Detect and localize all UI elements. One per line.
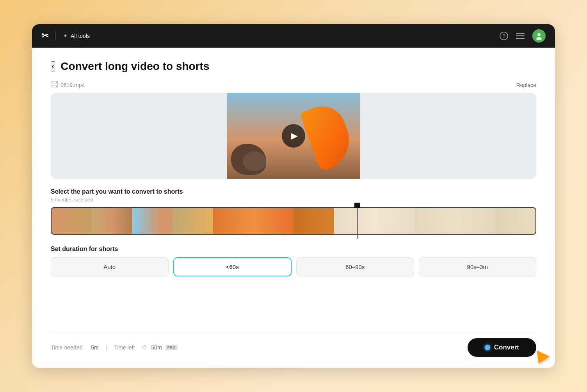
bottom-right-group: Convert [468,338,536,357]
convert-label: Convert [494,344,519,351]
svg-rect-10 [52,86,52,87]
timeline-frame-11 [455,208,495,234]
all-tools-nav[interactable]: ✦ All tools [63,32,90,39]
time-left-label: Time left [114,344,135,351]
svg-rect-3 [516,36,525,37]
all-tools-label: All tools [71,33,90,39]
select-part-label: Select the part you want to convert to s… [51,188,536,195]
menu-icon[interactable] [516,33,525,39]
file-name-group: 0619.mp4 [51,81,85,89]
svg-rect-11 [56,86,57,87]
bottom-bar: Time needed 5m | Time left ⏱ 50m PRO Con… [51,332,536,357]
timeline-frame-8 [334,208,374,234]
svg-text:?: ? [502,33,505,39]
time-left-value: 50m [151,344,162,351]
magic-wand-icon: ✦ [63,32,68,39]
svg-rect-8 [52,82,52,83]
main-content: ‹ Convert long video to shorts 0619.mp4 [32,48,555,368]
convert-dot-icon [485,345,490,350]
app-logo[interactable]: ✂ [41,31,48,41]
scrubber-head [354,203,360,208]
fabric-decoration [300,100,358,172]
avatar[interactable] [532,29,546,43]
convert-button[interactable]: Convert [468,338,536,357]
help-icon[interactable]: ? [500,32,508,40]
film-icon [51,81,58,89]
duration-section: Set duration for shorts Auto <60s 60–90s… [51,246,536,276]
svg-point-6 [536,37,542,40]
timeline-frame-6 [253,208,294,234]
file-info: 0619.mp4 Replace [51,81,536,89]
svg-rect-12 [51,83,58,86]
time-info: Time needed 5m | Time left ⏱ 50m PRO [51,344,178,351]
page-header: ‹ Convert long video to shorts [51,60,536,73]
clock-icon: ⏱ [142,344,147,351]
svg-point-5 [537,33,541,36]
page-title: Convert long video to shorts [60,60,209,73]
timeline-frame-10 [414,208,455,234]
file-name: 0619.mp4 [60,82,85,88]
duration-label: Set duration for shorts [51,246,536,253]
back-button[interactable]: ‹ [51,61,55,71]
time-needed-value: 5m [91,344,98,351]
duration-60-90s-button[interactable]: 60–90s [296,257,414,276]
duration-buttons: Auto <60s 60–90s 90s–3m [51,257,536,276]
timeline-frame-1 [52,208,92,234]
timeline-frame-9 [374,208,414,234]
time-needed-label: Time needed [51,344,82,351]
duration-auto-button[interactable]: Auto [51,257,169,276]
play-button[interactable]: ▶ [282,124,305,148]
timeline-frame-7 [294,208,334,234]
play-icon: ▶ [291,131,298,141]
nav-right: ? [500,29,546,43]
timeline-frame-2 [92,208,132,234]
selected-duration: 5 minutes selected [51,197,536,203]
timeline-frame-5 [213,208,253,234]
svg-rect-9 [56,82,57,83]
timeline-frame-3 [132,208,173,234]
cursor-arrow-decoration [532,351,550,367]
duration-90s-3m-button[interactable]: 90s–3m [419,257,537,276]
nav-divider [55,31,56,41]
timeline-strip[interactable] [51,207,536,235]
duration-60s-button[interactable]: <60s [173,257,292,276]
svg-rect-4 [516,38,525,39]
timeline-frame-4 [173,208,213,234]
svg-rect-2 [516,33,525,34]
rock-decoration-2 [243,151,266,171]
time-left-group: ⏱ 50m PRO [142,344,177,351]
video-preview: ▶ [51,93,536,179]
timeline-wrapper [51,207,536,235]
timeline-frame-12 [495,208,535,234]
timeline-scrubber[interactable] [357,203,358,239]
pro-badge: PRO [165,345,178,350]
replace-button[interactable]: Replace [516,82,536,88]
time-divider: | [106,344,107,351]
top-nav: ✂ ✦ All tools ? [32,24,555,48]
